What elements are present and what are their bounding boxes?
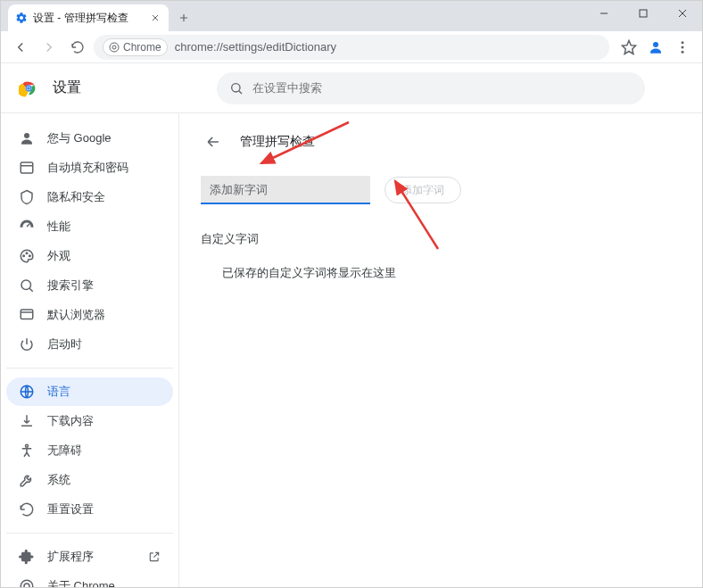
sidebar-item-appearance[interactable]: 外观 [6, 242, 173, 270]
sidebar-item-label: 搜索引擎 [47, 277, 94, 294]
add-word-button[interactable]: 添加字词 [385, 177, 461, 203]
svg-point-16 [26, 253, 28, 254]
forward-button[interactable] [37, 35, 62, 60]
chrome-icon [19, 578, 35, 587]
sidebar-item-performance[interactable]: 性能 [6, 212, 173, 241]
svg-point-6 [682, 46, 684, 48]
svg-point-13 [24, 133, 29, 138]
svg-point-7 [682, 50, 684, 53]
person-icon [19, 130, 35, 146]
sidebar-item-label: 语言 [47, 384, 70, 400]
sidebar-item-search-engine[interactable]: 搜索引擎 [6, 271, 173, 300]
minimize-button[interactable] [584, 1, 624, 26]
sidebar-item-accessibility[interactable]: 无障碍 [6, 436, 173, 465]
settings-page: 设置 您与 Google 自动填充和密码 隐私和安全 性能 [1, 63, 702, 587]
back-arrow-button[interactable] [201, 129, 226, 154]
svg-point-12 [232, 83, 240, 91]
sidebar-item-label: 无障碍 [47, 443, 82, 459]
svg-point-4 [653, 42, 658, 47]
svg-point-2 [112, 46, 116, 49]
reset-icon [19, 501, 35, 518]
svg-point-17 [29, 255, 31, 257]
settings-sidebar: 您与 Google 自动填充和密码 隐私和安全 性能 外观 搜索引擎 [1, 113, 179, 587]
chrome-logo-icon [19, 79, 38, 98]
sidebar-item-reset[interactable]: 重置设置 [6, 495, 173, 524]
window-controls [584, 1, 702, 26]
wrench-icon [19, 472, 35, 488]
chrome-chip-label: Chrome [123, 41, 161, 54]
sidebar-item-label: 重置设置 [47, 501, 94, 518]
accessibility-icon [19, 443, 35, 459]
add-word-row: 添加字词 [201, 176, 681, 204]
sidebar-item-label: 扩展程序 [47, 549, 94, 565]
custom-words-label: 自定义字词 [201, 231, 681, 247]
sidebar-item-extensions[interactable]: 扩展程序 [6, 542, 173, 571]
sidebar-item-privacy[interactable]: 隐私和安全 [6, 183, 173, 211]
settings-search-input[interactable] [252, 81, 633, 95]
speed-icon [19, 219, 35, 235]
sidebar-divider [6, 368, 173, 369]
browser-titlebar: 设置 - 管理拼写检查 [1, 1, 702, 31]
settings-search[interactable] [217, 72, 645, 104]
autofill-icon [19, 160, 35, 176]
shield-icon [19, 189, 35, 205]
tab-title: 设置 - 管理拼写检查 [33, 11, 144, 26]
sidebar-item-you-and-google[interactable]: 您与 Google [6, 124, 173, 153]
content-subheader: 管理拼写检查 [201, 129, 681, 154]
svg-rect-14 [21, 162, 33, 173]
sidebar-item-label: 自动填充和密码 [47, 160, 128, 176]
address-text: chrome://settings/editDictionary [175, 40, 336, 54]
svg-rect-0 [640, 10, 647, 17]
download-icon [19, 413, 35, 429]
external-link-icon [148, 551, 161, 563]
maximize-button[interactable] [624, 1, 663, 26]
search-icon [229, 81, 244, 95]
sidebar-item-languages[interactable]: 语言 [6, 377, 173, 406]
globe-icon [19, 384, 35, 400]
back-button[interactable] [8, 35, 33, 60]
empty-message: 已保存的自定义字词将显示在这里 [201, 265, 681, 281]
browser-tab[interactable]: 设置 - 管理拼写检查 [8, 4, 169, 31]
svg-point-15 [23, 255, 25, 257]
close-icon[interactable] [149, 12, 161, 24]
sidebar-item-downloads[interactable]: 下载内容 [6, 407, 173, 435]
gear-icon [15, 12, 28, 24]
page-title: 设置 [53, 79, 203, 97]
svg-point-11 [27, 87, 30, 90]
chrome-chip: Chrome [103, 38, 168, 56]
content-area: 管理拼写检查 添加字词 自定义字词 已保存的自定义字词将显示在这里 [179, 113, 702, 587]
profile-button[interactable] [643, 35, 668, 60]
palette-icon [19, 248, 35, 264]
sidebar-item-label: 下载内容 [47, 413, 94, 429]
svg-point-5 [682, 41, 684, 44]
sidebar-item-system[interactable]: 系统 [6, 466, 173, 494]
close-window-button[interactable] [663, 1, 702, 26]
svg-point-23 [24, 584, 29, 587]
sidebar-item-default-browser[interactable]: 默认浏览器 [6, 301, 173, 329]
sidebar-item-label: 隐私和安全 [47, 189, 105, 205]
search-icon [19, 277, 35, 294]
star-icon[interactable] [616, 35, 641, 60]
sidebar-item-on-startup[interactable]: 启动时 [6, 330, 173, 359]
menu-button[interactable] [670, 35, 695, 60]
sidebar-item-label: 关于 Chrome [47, 578, 115, 587]
browser-icon [19, 307, 35, 323]
sidebar-item-autofill[interactable]: 自动填充和密码 [6, 153, 173, 182]
svg-point-21 [26, 444, 29, 447]
add-word-input[interactable] [201, 176, 370, 204]
svg-point-1 [110, 43, 119, 52]
svg-rect-19 [21, 310, 33, 319]
browser-toolbar: Chrome chrome://settings/editDictionary [1, 31, 702, 63]
power-icon [19, 336, 35, 352]
sidebar-item-label: 启动时 [47, 336, 82, 352]
page-header: 设置 [1, 63, 702, 113]
reload-button[interactable] [65, 35, 90, 60]
sidebar-divider [6, 533, 173, 534]
sidebar-item-about[interactable]: 关于 Chrome [6, 572, 173, 587]
sidebar-item-label: 性能 [47, 219, 70, 235]
svg-marker-3 [623, 40, 636, 54]
address-bar[interactable]: Chrome chrome://settings/editDictionary [94, 35, 609, 60]
sidebar-item-label: 外观 [47, 248, 70, 264]
new-tab-button[interactable] [172, 6, 195, 29]
sidebar-item-label: 默认浏览器 [47, 307, 105, 323]
